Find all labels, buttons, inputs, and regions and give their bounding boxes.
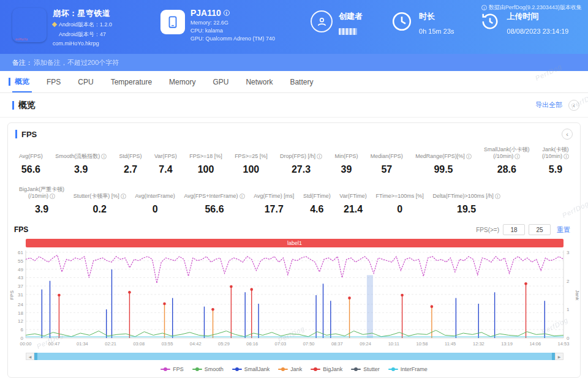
collapse-fps-button[interactable]: ‹ [562,129,573,140]
svg-text:00:47: 00:47 [48,341,60,347]
svg-text:49: 49 [18,267,23,272]
metric-label: Stutter(卡顿率) [%]i [74,186,126,200]
info-icon[interactable]: i [50,194,55,199]
metric-fps-25: FPS>=25 [%]100 [235,146,268,175]
app-version-code: Android版本号：47 [59,31,106,37]
tab-temperature-label: Temperature [111,78,152,86]
legend-label: Jank [290,366,302,372]
collapse-overview-button[interactable]: ‹ [568,100,579,111]
app-package: com.miHoYo.hkrpg [53,40,145,47]
metric-ftime-100ms: FTime>=100ms [%]0 [376,186,424,215]
svg-text:12: 12 [18,318,23,324]
tab-fps[interactable]: FPS [38,71,69,92]
tab-network[interactable]: Network [237,71,281,92]
metric-median-fps: Median(FPS)57 [371,146,403,175]
tab-network-label: Network [246,78,273,86]
note-bar[interactable]: 备注： 添加备注，不超过200个字符 [0,54,588,71]
scrollbar-handle-right[interactable] [552,353,555,360]
tab-memory[interactable]: Memory [160,71,204,92]
upload-value: 08/08/2023 23:14:19 [507,28,569,35]
legend-marker [232,369,242,370]
fps-threshold-label: FPS(>=) [476,227,499,233]
duration-label: 时长 [419,11,454,22]
export-all-link[interactable]: 导出全部 [535,100,562,110]
app-version-name: Android版本名：1.2.0 [59,21,112,28]
note-placeholder: 添加备注，不超过200个字符 [34,58,119,67]
tab-battery[interactable]: Battery [281,71,322,92]
legend-item-interframe[interactable]: InterFrame [388,366,428,372]
info-icon[interactable]: i [239,194,245,199]
svg-text:31: 31 [18,292,23,298]
scrollbar-left-icon[interactable]: ◀ [26,353,34,360]
metric-delta-ftime-100ms-h: Delta(FTime)>100ms [/h]i19.5 [432,186,500,215]
svg-text:07:03: 07:03 [275,341,287,347]
metric-value: 27.3 [280,164,322,175]
metric-label: Avg(FTime) [ms] [254,186,294,200]
scrollbar-track[interactable] [34,353,555,360]
overview-title: 概览 [12,100,36,111]
tab-gpu[interactable]: GPU [204,71,237,92]
chart-scrollbar[interactable]: ◀ ▶ [26,353,564,360]
diamond-icon [52,22,57,27]
metric-avg-interframe: Avg(InterFrame)0 [135,186,175,215]
metric-value: 3.9 [55,164,107,175]
phone-icon [160,10,185,34]
info-icon[interactable]: i [121,194,126,199]
duration-block: 时长 0h 15m 23s [391,8,454,35]
fps-panel-title: FPS [15,130,37,139]
legend-item-smooth[interactable]: Smooth [192,366,224,372]
legend-marker [278,369,288,370]
fps-panel: FPS ‹ Avg(FPS)56.6Smooth(流畅指数)i3.9Std(FP… [7,122,581,378]
fps-chart[interactable]: 615549433731241812603210FPSJank00:0000:4… [8,249,580,351]
legend-item-stutter[interactable]: Stutter [351,366,380,372]
legend-item-jank[interactable]: Jank [278,366,302,372]
fps-threshold1-input[interactable] [503,224,525,235]
legend-label: InterFrame [401,366,428,372]
info-icon[interactable]: i [317,154,322,159]
svg-text:14:53: 14:53 [558,341,570,347]
legend-item-fps[interactable]: FPS [160,366,184,372]
metric-label: Smooth(流畅指数)i [55,146,107,160]
metric-value: 28.6 [484,164,530,175]
fps-chart-title: FPS [14,225,28,234]
clock-icon [391,10,413,35]
metric-label: Avg(FPS+InterFrame)i [184,186,244,200]
legend-marker [388,369,398,370]
svg-text:06:16: 06:16 [246,341,258,347]
reset-link[interactable]: 重置 [557,225,570,235]
tab-temperature[interactable]: Temperature [102,71,160,92]
metric-label: Min(FPS) [334,146,358,160]
metric-drop-fps-h: Drop(FPS) [/h]i27.3 [280,146,322,175]
metric-avg-fps: Avg(FPS)56.6 [19,146,43,175]
svg-text:0: 0 [567,336,570,341]
metric-value: 0 [135,204,175,215]
app-meta: 崩坏：星穹铁道 Android版本名：1.2.0 Android版本号：47 c… [53,8,145,47]
info-icon[interactable]: i [564,154,569,159]
info-icon[interactable]: i [466,154,472,159]
tab-cpu[interactable]: CPU [69,71,102,92]
metric-smooth: Smooth(流畅指数)i3.9 [55,146,107,175]
metric-label: FPS>=25 [%] [235,146,268,160]
legend-item-bigjank[interactable]: BigJank [311,366,342,372]
metric-min-fps: Min(FPS)39 [334,146,358,175]
note-label: 备注： [12,58,32,67]
device-memory: Memory: 22.6G [190,20,275,26]
scrollbar-handle-left[interactable] [34,353,37,360]
metric-label: Std(FTime) [303,186,331,200]
info-icon[interactable]: i [101,154,107,159]
info-icon[interactable]: i [224,10,230,16]
svg-text:10:11: 10:11 [388,341,399,347]
tab-overview[interactable]: 概览 [6,71,38,92]
scrollbar-right-icon[interactable]: ▶ [555,353,564,360]
app-icon-brand: miHoYo [15,37,28,41]
legend-marker [351,369,361,370]
section-accent-bar [15,130,17,138]
info-icon[interactable]: i [495,194,500,199]
info-icon[interactable]: i [514,154,520,159]
svg-text:02:21: 02:21 [105,341,116,347]
tab-gpu-label: GPU [213,78,228,86]
metric-value: 3.9 [19,204,64,215]
creator-name-masked [339,28,357,35]
fps-threshold2-input[interactable] [529,224,551,235]
legend-item-smalljank[interactable]: SmallJank [232,366,270,372]
